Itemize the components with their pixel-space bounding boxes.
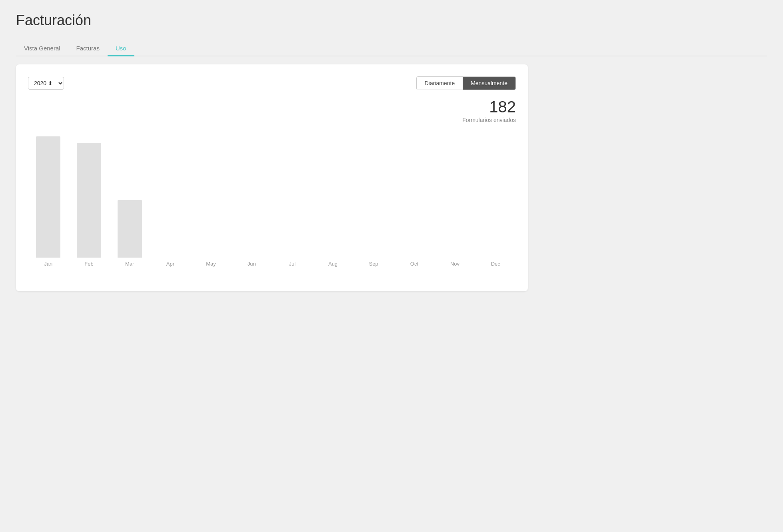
chart-column-sep: Sep (353, 127, 394, 267)
bar-wrapper (231, 130, 272, 258)
chart-column-dec: Dec (475, 127, 516, 267)
tab-vista-general[interactable]: Vista General (16, 41, 68, 56)
bar-wrapper (28, 130, 69, 258)
chart-column-may: May (191, 127, 232, 267)
bar-wrapper (353, 130, 394, 258)
x-label-apr: Apr (166, 261, 174, 267)
chart-bars: JanFebMarAprMayJunJulAugSepOctNovDec (28, 127, 516, 279)
chart-column-jan: Jan (28, 127, 69, 267)
chart-column-mar: Mar (109, 127, 150, 267)
tab-uso[interactable]: Uso (108, 41, 134, 56)
tabs-nav: Vista General Facturas Uso (16, 41, 767, 56)
chart-column-jul: Jul (272, 127, 313, 267)
bar-wrapper (313, 130, 354, 258)
chart-container: JanFebMarAprMayJunJulAugSepOctNovDec (28, 127, 516, 279)
stats-number: 182 (28, 98, 516, 116)
bar-mar (118, 200, 142, 258)
year-select[interactable]: 2020 ⬍ (28, 77, 64, 90)
bar-jan (36, 136, 60, 258)
stats-label: Formularios enviados (28, 117, 516, 123)
chart-column-jun: Jun (231, 127, 272, 267)
chart-column-oct: Oct (394, 127, 435, 267)
bar-feb (77, 143, 101, 258)
x-label-oct: Oct (410, 261, 418, 267)
bar-wrapper (475, 130, 516, 258)
usage-card: 2020 ⬍ Diariamente Mensualmente 182 Form… (16, 64, 528, 291)
chart-column-nov: Nov (435, 127, 475, 267)
x-label-mar: Mar (125, 261, 134, 267)
page-title: Facturación (16, 12, 767, 29)
btn-diariamente[interactable]: Diariamente (417, 77, 463, 90)
content-area: 2020 ⬍ Diariamente Mensualmente 182 Form… (16, 56, 767, 299)
bar-wrapper (272, 130, 313, 258)
chart-column-apr: Apr (150, 127, 191, 267)
x-label-nov: Nov (450, 261, 459, 267)
x-label-dec: Dec (491, 261, 500, 267)
bar-wrapper (69, 130, 110, 258)
tab-facturas[interactable]: Facturas (68, 41, 108, 56)
chart-column-aug: Aug (313, 127, 354, 267)
x-label-sep: Sep (369, 261, 378, 267)
bar-wrapper (394, 130, 435, 258)
x-label-aug: Aug (328, 261, 338, 267)
stats-area: 182 Formularios enviados (28, 98, 516, 123)
bar-wrapper (191, 130, 232, 258)
card-header: 2020 ⬍ Diariamente Mensualmente (28, 76, 516, 90)
x-label-jan: Jan (44, 261, 52, 267)
x-label-feb: Feb (84, 261, 93, 267)
btn-mensualmente[interactable]: Mensualmente (463, 77, 515, 90)
x-label-may: May (206, 261, 216, 267)
x-label-jun: Jun (248, 261, 256, 267)
bar-wrapper (435, 130, 475, 258)
bar-wrapper (150, 130, 191, 258)
bar-wrapper (109, 130, 150, 258)
view-toggle: Diariamente Mensualmente (416, 76, 516, 90)
x-label-jul: Jul (289, 261, 296, 267)
chart-column-feb: Feb (69, 127, 110, 267)
